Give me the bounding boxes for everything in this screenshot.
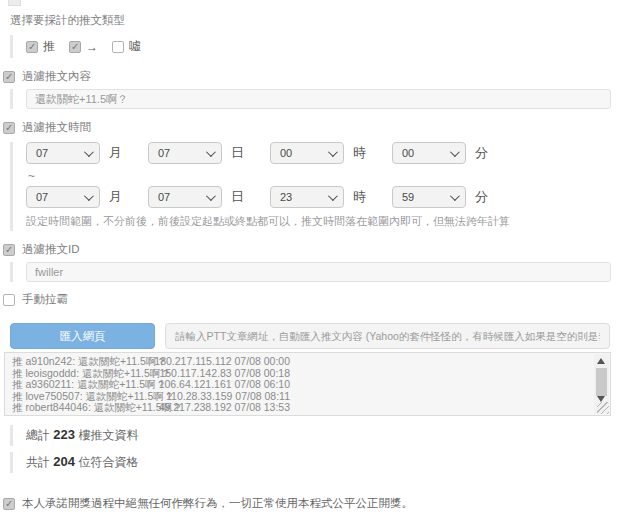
time-filter-block: 07 月 07 日 00 時 00 分 ~ — [10, 142, 640, 231]
month-unit-label: 月 — [109, 144, 122, 162]
id-filter-section: 過濾推文ID — [3, 242, 640, 257]
end-day-value: 07 — [158, 191, 170, 203]
push-type-arrow-label: → — [86, 40, 98, 54]
fairness-promise-section: 本人承諾開獎過程中絕無任何作弊行為，一切正常使用本程式公平公正開獎。 — [3, 496, 640, 511]
content-filter-block — [10, 89, 640, 109]
chevron-down-icon — [328, 147, 338, 157]
start-day-select[interactable]: 07 — [148, 142, 222, 164]
push-type-option-tui[interactable]: 推 — [26, 38, 55, 55]
scroll-up-icon[interactable] — [597, 358, 605, 364]
resize-grip-icon[interactable] — [597, 402, 609, 414]
end-hour-value: 23 — [280, 191, 292, 203]
total-comments-line: 總計 223 樓推文資料 — [10, 425, 640, 446]
end-day-select[interactable]: 07 — [148, 186, 222, 208]
content-filter-input[interactable] — [26, 89, 611, 109]
start-month-select[interactable]: 07 — [26, 142, 100, 164]
push-type-option-boo[interactable]: 噓 — [112, 38, 141, 55]
start-hour-value: 00 — [280, 147, 292, 159]
chevron-down-icon — [84, 191, 94, 201]
end-month-value: 07 — [36, 191, 48, 203]
chevron-down-icon — [450, 191, 460, 201]
id-filter-checkbox[interactable] — [3, 244, 15, 256]
push-type-tui-label: 推 — [43, 38, 55, 55]
content-filter-section: 過濾推文內容 — [3, 69, 640, 84]
push-type-tui-checkbox[interactable] — [26, 41, 38, 53]
manual-slot-label: 手動拉霸 — [22, 292, 68, 307]
import-page-button[interactable]: 匯入網頁 — [10, 323, 155, 349]
day-unit-label: 日 — [231, 144, 244, 162]
fairness-promise-label: 本人承諾開獎過程中絕無任何作弊行為，一切正常使用本程式公平公正開獎。 — [22, 496, 413, 511]
id-filter-label: 過濾推文ID — [22, 242, 80, 257]
content-filter-label: 過濾推文內容 — [22, 69, 91, 84]
start-month-value: 07 — [36, 147, 48, 159]
end-minute-select[interactable]: 59 — [392, 186, 466, 208]
page-title: 選擇要採計的推文類型 — [10, 13, 640, 28]
minute-unit-label: 分 — [475, 144, 488, 162]
total-prefix: 總計 — [26, 428, 50, 442]
day-unit-label: 日 — [231, 188, 244, 206]
start-minute-value: 00 — [402, 147, 414, 159]
time-filter-checkbox[interactable] — [3, 122, 15, 134]
time-filter-label: 過濾推文時間 — [22, 120, 91, 135]
time-range-tilde: ~ — [28, 169, 640, 183]
end-minute-value: 59 — [402, 191, 414, 203]
comments-textarea[interactable]: 180.217.115.112 07/08 00:00 推 a910n242: … — [4, 352, 611, 416]
push-type-arrow-checkbox[interactable] — [69, 41, 81, 53]
scrollbar-thumb[interactable] — [596, 368, 607, 396]
total-count: 223 — [53, 427, 75, 442]
month-unit-label: 月 — [109, 188, 122, 206]
end-month-select[interactable]: 07 — [26, 186, 100, 208]
push-type-group: 推 → 噓 — [10, 35, 640, 58]
qualified-count-line: 共計 204 位符合資格 — [10, 452, 640, 473]
start-minute-select[interactable]: 00 — [392, 142, 466, 164]
time-filter-section: 過濾推文時間 — [3, 120, 640, 135]
fairness-promise-checkbox[interactable] — [3, 498, 15, 510]
cropped-top-element — [8, 0, 21, 6]
manual-slot-checkbox[interactable] — [3, 294, 15, 306]
content-filter-checkbox[interactable] — [3, 71, 15, 83]
push-type-boo-checkbox[interactable] — [112, 41, 124, 53]
import-row: 匯入網頁 — [10, 323, 640, 349]
qualified-count: 204 — [53, 454, 75, 469]
qualified-suffix: 位符合資格 — [78, 455, 138, 469]
minute-unit-label: 分 — [475, 188, 488, 206]
hour-unit-label: 時 — [353, 188, 366, 206]
chevron-down-icon — [328, 191, 338, 201]
qualified-prefix: 共計 — [26, 455, 50, 469]
time-start-row: 07 月 07 日 00 時 00 分 — [26, 142, 640, 164]
comment-ip-time: 49.217.238.192 07/08 13:53 — [12, 402, 290, 414]
start-hour-select[interactable]: 00 — [270, 142, 344, 164]
article-url-input[interactable] — [165, 323, 610, 349]
comment-line: 49.217.238.192 07/08 13:53 推 robert84404… — [12, 402, 590, 414]
id-filter-input[interactable] — [26, 262, 611, 282]
chevron-down-icon — [206, 191, 216, 201]
chevron-down-icon — [450, 147, 460, 157]
manual-slot-section: 手動拉霸 — [3, 292, 640, 307]
hour-unit-label: 時 — [353, 144, 366, 162]
end-hour-select[interactable]: 23 — [270, 186, 344, 208]
total-suffix: 樓推文資料 — [78, 428, 138, 442]
push-type-option-arrow[interactable]: → — [69, 40, 98, 54]
id-filter-block — [10, 262, 640, 282]
time-filter-note: 設定時間範圍，不分前後，前後設定起點或終點都可以，推文時間落在範圍內即可，但無法… — [26, 214, 640, 231]
start-day-value: 07 — [158, 147, 170, 159]
chevron-down-icon — [84, 147, 94, 157]
chevron-down-icon — [206, 147, 216, 157]
time-end-row: 07 月 07 日 23 時 59 分 — [26, 186, 640, 208]
push-type-boo-label: 噓 — [129, 38, 141, 55]
